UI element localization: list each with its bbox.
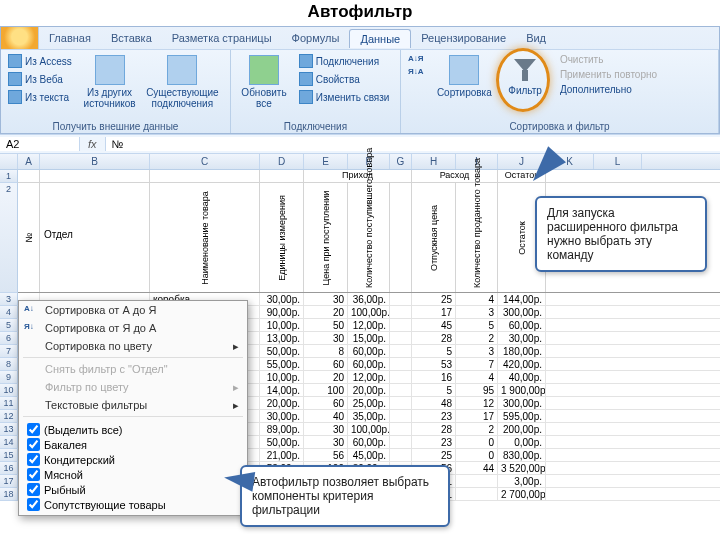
cell[interactable]: 30,00р. <box>260 293 304 305</box>
col-header[interactable]: G <box>390 154 412 169</box>
cell[interactable] <box>390 358 412 370</box>
cell[interactable]: 45 <box>412 319 456 331</box>
cell[interactable]: 2 <box>456 332 498 344</box>
cell[interactable]: 0,00р. <box>498 436 546 448</box>
cell[interactable] <box>390 410 412 422</box>
cell[interactable] <box>390 449 412 461</box>
name-box[interactable]: A2 <box>0 137 80 151</box>
col-header[interactable]: L <box>594 154 642 169</box>
tab-home[interactable]: Главная <box>39 29 101 47</box>
cell[interactable]: 55,00р. <box>260 358 304 370</box>
cell[interactable]: № <box>18 183 40 292</box>
advanced-filter-button[interactable]: Дополнительно <box>557 83 660 96</box>
office-button[interactable] <box>1 27 39 49</box>
cell[interactable] <box>390 436 412 448</box>
cell[interactable]: 60,00р. <box>348 345 390 357</box>
cell[interactable] <box>456 475 498 487</box>
reapply-filter-button[interactable]: Применить повторно <box>557 68 660 81</box>
cell[interactable]: 7 <box>456 358 498 370</box>
cell[interactable] <box>390 332 412 344</box>
cell[interactable] <box>456 488 498 500</box>
cell[interactable] <box>150 170 260 182</box>
filter-checkbox-item[interactable]: (Выделить все) <box>27 422 239 437</box>
text-filters-item[interactable]: Текстовые фильтры▸ <box>19 396 247 414</box>
sort-button[interactable]: Сортировка <box>435 53 493 100</box>
cell[interactable]: 420,00р. <box>498 358 546 370</box>
cell[interactable]: Количество поступившего товара <box>348 183 390 292</box>
cell[interactable]: 100 <box>304 384 348 396</box>
checkbox[interactable] <box>27 498 40 511</box>
cell[interactable]: 1 900,00р. <box>498 384 546 396</box>
cell[interactable]: Приход <box>304 170 412 182</box>
cell[interactable]: 60 <box>304 358 348 370</box>
cell[interactable]: Наименование товара <box>150 183 260 292</box>
cell[interactable]: 830,00р. <box>498 449 546 461</box>
cell[interactable]: 20,00р. <box>348 384 390 396</box>
cell[interactable]: 23 <box>412 410 456 422</box>
cell[interactable]: 17 <box>456 410 498 422</box>
cell[interactable]: 50 <box>304 319 348 331</box>
cell[interactable] <box>390 345 412 357</box>
cell[interactable]: 4 <box>456 293 498 305</box>
cell[interactable]: 60 <box>304 397 348 409</box>
cell[interactable]: 3 <box>456 345 498 357</box>
cell[interactable] <box>18 170 40 182</box>
col-header[interactable]: D <box>260 154 304 169</box>
cell[interactable]: 2 700,00р. <box>498 488 546 500</box>
tab-review[interactable]: Рецензирование <box>411 29 516 47</box>
sort-za-item[interactable]: Я↓Сортировка от Я до А <box>19 319 247 337</box>
cell[interactable]: 8 <box>304 345 348 357</box>
cell[interactable]: 10,00р. <box>260 371 304 383</box>
cell[interactable]: Расход <box>412 170 498 182</box>
filter-checkbox-item[interactable]: Бакалея <box>27 437 239 452</box>
cell[interactable]: 20 <box>304 371 348 383</box>
cell[interactable]: 5 <box>412 345 456 357</box>
cell[interactable]: 15,00р. <box>348 332 390 344</box>
cell[interactable]: 21,00р. <box>260 449 304 461</box>
cell[interactable]: 35,00р. <box>348 410 390 422</box>
cell[interactable]: 12,00р. <box>348 319 390 331</box>
cell[interactable] <box>390 397 412 409</box>
fx-icon[interactable]: fx <box>80 138 105 150</box>
cell[interactable]: 60,00р. <box>348 436 390 448</box>
select-all-corner[interactable] <box>0 154 18 169</box>
cell[interactable]: 200,00р. <box>498 423 546 435</box>
tab-layout[interactable]: Разметка страницы <box>162 29 282 47</box>
cell[interactable]: 28 <box>412 423 456 435</box>
cell[interactable]: 30,00р. <box>498 332 546 344</box>
formula-input[interactable]: № <box>105 137 720 151</box>
cell[interactable]: 180,00р. <box>498 345 546 357</box>
cell[interactable]: 50,00р. <box>260 436 304 448</box>
filter-checkbox-item[interactable]: Кондитерский <box>27 452 239 467</box>
cell[interactable]: 10,00р. <box>260 319 304 331</box>
cell[interactable] <box>390 371 412 383</box>
checkbox[interactable] <box>27 468 40 481</box>
cell[interactable] <box>390 423 412 435</box>
cell[interactable]: 56 <box>304 449 348 461</box>
cell[interactable]: 12,00р. <box>348 371 390 383</box>
cell[interactable] <box>390 306 412 318</box>
cell[interactable]: 12 <box>456 397 498 409</box>
filter-checkbox-item[interactable]: Мясной <box>27 467 239 482</box>
cell[interactable]: 60,00р. <box>348 358 390 370</box>
checkbox[interactable] <box>27 453 40 466</box>
col-header[interactable]: B <box>40 154 150 169</box>
from-access-button[interactable]: Из Access <box>5 53 75 69</box>
cell[interactable] <box>390 384 412 396</box>
cell[interactable]: 40 <box>304 410 348 422</box>
cell[interactable]: 4 <box>456 371 498 383</box>
cell[interactable]: 48 <box>412 397 456 409</box>
sort-color-item[interactable]: Сортировка по цвету▸ <box>19 337 247 355</box>
col-header[interactable]: C <box>150 154 260 169</box>
cell[interactable]: 23 <box>412 436 456 448</box>
cell[interactable]: 595,00р. <box>498 410 546 422</box>
from-web-button[interactable]: Из Веба <box>5 71 75 87</box>
cell[interactable]: 30 <box>304 436 348 448</box>
cell[interactable]: 20 <box>304 306 348 318</box>
cell[interactable]: Количество проданного товара <box>456 183 498 292</box>
cell[interactable] <box>260 170 304 182</box>
filter-checkbox-item[interactable]: Рыбный <box>27 482 239 497</box>
cell[interactable]: 60,00р. <box>498 319 546 331</box>
col-header[interactable]: H <box>412 154 456 169</box>
checkbox[interactable] <box>27 438 40 451</box>
